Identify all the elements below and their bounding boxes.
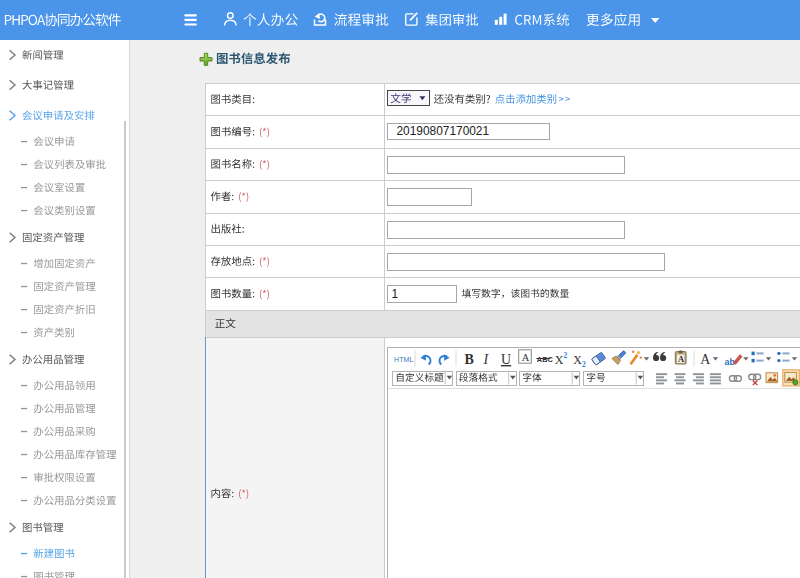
svg-text:U: U: [501, 352, 511, 367]
svg-text:ab: ab: [725, 357, 736, 367]
svg-text:HTML: HTML: [394, 356, 413, 363]
svg-text:2: 2: [582, 360, 586, 369]
svg-text:ABC: ABC: [537, 355, 554, 364]
svg-text:I: I: [483, 352, 490, 367]
svg-text:X: X: [573, 353, 582, 367]
svg-text:A: A: [522, 352, 530, 363]
svg-text:A: A: [678, 354, 685, 364]
svg-text:2: 2: [564, 351, 568, 360]
svg-text:B: B: [465, 352, 474, 367]
svg-text:A: A: [700, 352, 711, 367]
svg-text:X: X: [555, 353, 564, 367]
